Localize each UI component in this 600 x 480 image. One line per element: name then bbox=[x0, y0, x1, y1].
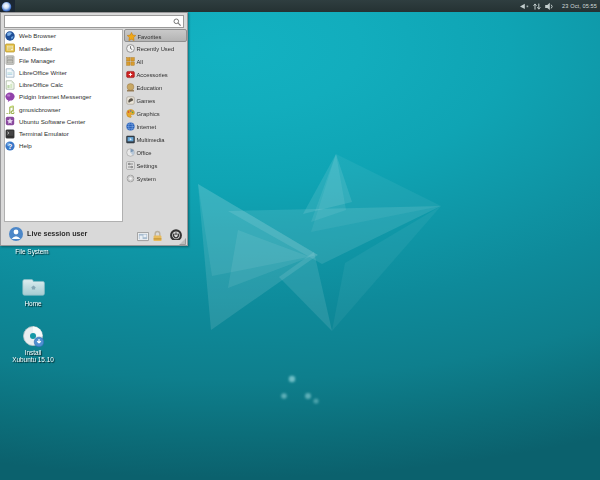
svg-text:?: ? bbox=[8, 141, 13, 150]
